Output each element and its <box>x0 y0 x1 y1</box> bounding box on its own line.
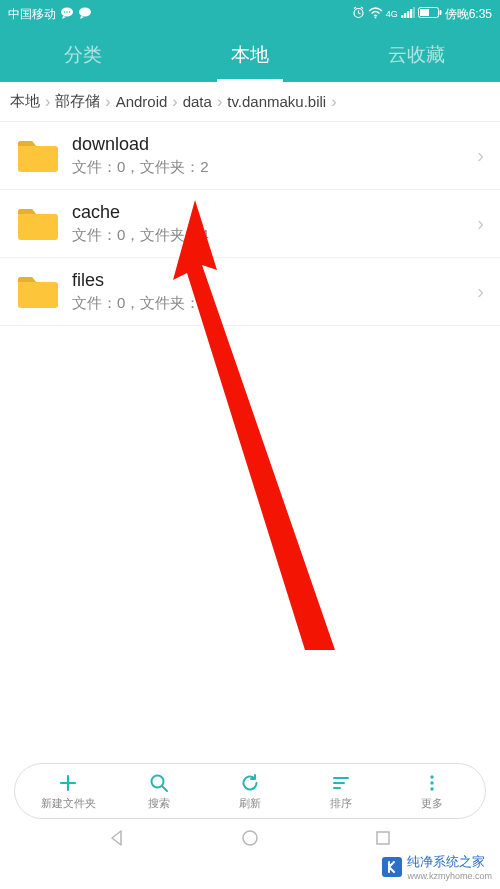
file-info: cache 文件：0，文件夹：4 <box>72 202 472 245</box>
folder-icon <box>16 207 58 241</box>
breadcrumb-item[interactable]: tv.danmaku.bili› <box>227 93 341 111</box>
file-meta: 文件：0，文件夹：6 <box>72 294 472 313</box>
file-info: files 文件：0，文件夹：6 <box>72 270 472 313</box>
svg-point-6 <box>374 16 376 18</box>
search-icon <box>149 772 169 794</box>
svg-point-2 <box>66 11 67 12</box>
svg-point-18 <box>430 787 433 790</box>
svg-point-16 <box>430 775 433 778</box>
network-label: 4G <box>386 9 398 19</box>
folder-row[interactable]: cache 文件：0，文件夹：4 › <box>0 190 500 258</box>
folder-row[interactable]: files 文件：0，文件夹：6 › <box>0 258 500 326</box>
notification-icon <box>60 7 74 22</box>
breadcrumb: 本地› 部存储› Android› data› tv.danmaku.bili› <box>0 82 500 122</box>
battery-icon <box>418 7 442 21</box>
watermark-logo-icon <box>382 857 402 877</box>
search-button[interactable]: 搜索 <box>114 772 205 811</box>
chevron-right-icon: › <box>45 93 50 111</box>
svg-point-1 <box>64 11 65 12</box>
svg-rect-8 <box>404 13 406 18</box>
watermark-url: www.kzmyhome.com <box>407 871 492 881</box>
watermark-text: 纯净系统之家 <box>407 853 492 871</box>
bottom-toolbar: 新建文件夹 搜索 刷新 排序 更多 <box>14 763 486 819</box>
refresh-button[interactable]: 刷新 <box>205 772 296 811</box>
wifi-icon <box>368 7 383 22</box>
watermark: 纯净系统之家 www.kzmyhome.com <box>382 853 492 881</box>
signal-icon <box>401 7 415 21</box>
top-tabs: 分类 本地 云收藏 <box>0 28 500 82</box>
svg-point-17 <box>430 781 433 784</box>
carrier-label: 中国移动 <box>8 6 56 23</box>
svg-point-19 <box>243 831 257 845</box>
back-button[interactable] <box>107 828 127 852</box>
status-right: 4G 傍晚6:35 <box>352 6 492 23</box>
breadcrumb-item[interactable]: data› <box>183 93 228 111</box>
chevron-right-icon: › <box>217 93 222 111</box>
file-meta: 文件：0，文件夹：4 <box>72 226 472 245</box>
toolbar-label: 搜索 <box>148 796 170 811</box>
svg-rect-21 <box>382 857 402 877</box>
chevron-right-icon: › <box>105 93 110 111</box>
tab-local[interactable]: 本地 <box>167 28 334 82</box>
svg-point-3 <box>69 11 70 12</box>
tab-cloud[interactable]: 云收藏 <box>333 28 500 82</box>
toolbar-label: 刷新 <box>239 796 261 811</box>
refresh-icon <box>240 772 260 794</box>
svg-rect-7 <box>401 15 403 18</box>
plus-icon <box>58 772 78 794</box>
status-bar: 中国移动 4G 傍晚6:35 <box>0 0 500 28</box>
more-icon <box>422 772 442 794</box>
message-icon <box>78 7 92 22</box>
chevron-right-icon: › <box>472 280 484 303</box>
file-list: download 文件：0，文件夹：2 › cache 文件：0，文件夹：4 ›… <box>0 122 500 326</box>
sort-icon <box>331 772 351 794</box>
chevron-right-icon: › <box>331 93 336 111</box>
file-meta: 文件：0，文件夹：2 <box>72 158 472 177</box>
home-button[interactable] <box>240 828 260 852</box>
folder-row[interactable]: download 文件：0，文件夹：2 › <box>0 122 500 190</box>
time-label: 傍晚6:35 <box>445 6 492 23</box>
chevron-right-icon: › <box>472 144 484 167</box>
new-folder-button[interactable]: 新建文件夹 <box>23 772 114 811</box>
more-button[interactable]: 更多 <box>386 772 477 811</box>
folder-icon <box>16 275 58 309</box>
folder-icon <box>16 139 58 173</box>
chevron-right-icon: › <box>172 93 177 111</box>
file-name: files <box>72 270 472 291</box>
svg-rect-20 <box>377 832 389 844</box>
chevron-right-icon: › <box>472 212 484 235</box>
toolbar-label: 更多 <box>421 796 443 811</box>
file-name: download <box>72 134 472 155</box>
toolbar-label: 新建文件夹 <box>41 796 96 811</box>
svg-rect-10 <box>410 9 412 18</box>
breadcrumb-item[interactable]: Android› <box>116 93 183 111</box>
svg-rect-11 <box>413 7 415 18</box>
sort-button[interactable]: 排序 <box>295 772 386 811</box>
status-left: 中国移动 <box>8 6 92 23</box>
file-info: download 文件：0，文件夹：2 <box>72 134 472 177</box>
recent-button[interactable] <box>373 828 393 852</box>
alarm-icon <box>352 6 365 22</box>
svg-rect-9 <box>407 11 409 18</box>
tab-category[interactable]: 分类 <box>0 28 167 82</box>
svg-rect-13 <box>420 9 429 16</box>
svg-rect-14 <box>439 10 441 15</box>
toolbar-label: 排序 <box>330 796 352 811</box>
breadcrumb-item[interactable]: 部存储› <box>55 92 115 111</box>
file-name: cache <box>72 202 472 223</box>
svg-point-4 <box>79 7 91 16</box>
breadcrumb-item[interactable]: 本地› <box>10 92 55 111</box>
